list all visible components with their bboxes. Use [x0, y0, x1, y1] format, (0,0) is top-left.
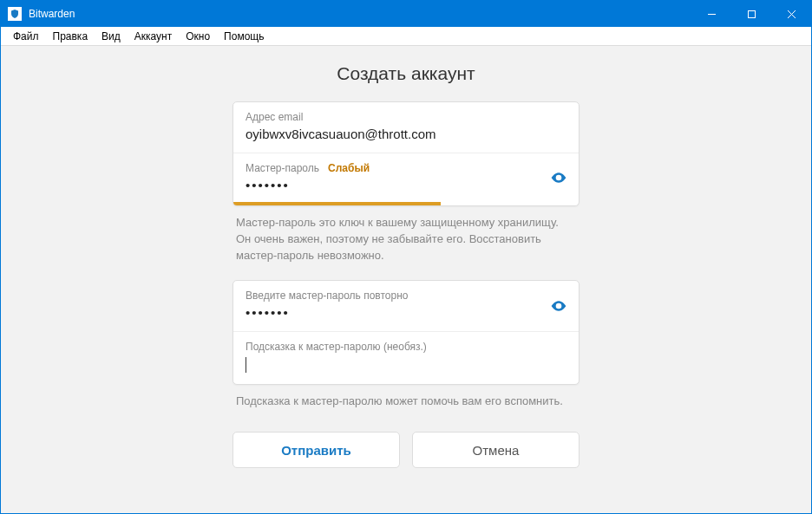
hint-label: Подсказка к мастер-паролю (необяз.) [246, 341, 427, 353]
window-title: Bitwarden [29, 8, 75, 20]
close-button[interactable] [771, 1, 811, 27]
submit-button[interactable]: Отправить [232, 432, 400, 468]
menubar: Файл Правка Вид Аккаунт Окно Помощь [1, 27, 811, 46]
password-strength-bar [233, 202, 579, 205]
menu-file[interactable]: Файл [6, 29, 46, 44]
menu-edit[interactable]: Правка [46, 29, 95, 44]
svg-point-4 [557, 176, 560, 179]
hint-field-row: Подсказка к мастер-паролю (необяз.) [233, 331, 579, 384]
titlebar: Bitwarden [1, 1, 811, 27]
menu-account[interactable]: Аккаунт [128, 29, 179, 44]
email-input[interactable] [246, 127, 566, 141]
toggle-password-visibility-button[interactable] [549, 168, 568, 187]
window-controls [691, 1, 811, 27]
content-area: Создать аккаунт Адрес email Мастер-парол… [1, 46, 811, 513]
cancel-button[interactable]: Отмена [412, 432, 580, 468]
password-input[interactable] [246, 178, 566, 192]
password-strength-label: Слабый [328, 162, 370, 174]
menu-window[interactable]: Окно [179, 29, 217, 44]
eye-icon [550, 297, 567, 315]
password-label: Мастер-пароль [246, 162, 319, 174]
button-row: Отправить Отмена [232, 432, 580, 468]
menu-help[interactable]: Помощь [217, 29, 271, 44]
hint-input[interactable] [246, 357, 566, 373]
submit-button-label: Отправить [281, 443, 351, 458]
menu-view[interactable]: Вид [95, 29, 128, 44]
toggle-confirm-visibility-button[interactable] [549, 296, 568, 316]
email-label: Адрес email [246, 111, 303, 123]
svg-rect-1 [748, 10, 755, 17]
app-icon [8, 7, 22, 21]
page-title: Создать аккаунт [232, 63, 580, 84]
credentials-card: Адрес email Мастер-пароль Слабый [232, 101, 580, 206]
cancel-button-label: Отмена [473, 443, 520, 458]
confirm-card: Введите мастер-пароль повторно Подсказка… [232, 280, 580, 385]
email-field-row: Адрес email [233, 102, 579, 153]
password-help-text: Мастер-пароль это ключ к вашему защищенн… [232, 206, 580, 280]
password-field-row: Мастер-пароль Слабый [233, 153, 579, 202]
svg-point-5 [557, 304, 560, 307]
minimize-button[interactable] [691, 1, 731, 27]
hint-help-text: Подсказка к мастер-паролю может помочь в… [232, 385, 580, 426]
eye-icon [550, 169, 567, 186]
confirm-password-input[interactable] [246, 305, 566, 320]
confirm-label: Введите мастер-пароль повторно [246, 290, 409, 302]
confirm-field-row: Введите мастер-пароль повторно [233, 281, 579, 331]
maximize-button[interactable] [731, 1, 771, 27]
